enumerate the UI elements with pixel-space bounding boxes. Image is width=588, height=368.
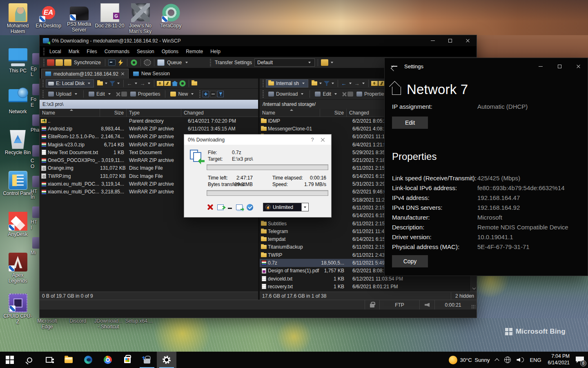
parent-directory-icon[interactable] [371,81,378,86]
forward-icon[interactable]: → [354,81,360,87]
search-button[interactable] [20,352,39,368]
minimize-transfer-icon[interactable] [228,208,232,209]
desktop-icon-partial[interactable]: HT In [31,173,39,204]
close-button[interactable] [459,35,477,46]
remote-drive-select[interactable]: Internal sh [266,79,308,88]
menu-item[interactable]: Remote [182,46,207,57]
preferences-icon[interactable] [144,59,151,66]
skip-file-icon[interactable] [217,204,224,210]
close-tab-icon[interactable] [121,72,125,76]
rename-icon[interactable] [347,92,353,96]
upload-button[interactable]: Upload [46,90,81,99]
menu-item[interactable]: Commands [101,46,133,57]
column-header-size[interactable]: Size [100,109,127,117]
selection-filter-icon[interactable] [217,91,224,97]
edit-button[interactable]: Edit [312,90,341,99]
column-header-name[interactable]: Name [260,109,320,117]
edit-button[interactable]: Edit [392,117,428,129]
microsoft-store-button[interactable] [118,352,137,368]
close-button[interactable] [569,58,588,74]
desktop-icon[interactable]: Doc 28-11-20 [94,2,125,35]
open-directory-icon[interactable] [312,81,317,85]
column-header-type[interactable]: Type [127,109,181,117]
action-center-button[interactable]: 8 [573,352,588,368]
desktop-icon[interactable]: PS3 Media Server [64,2,94,35]
menu-item[interactable]: Local [46,46,65,57]
unselect-files-icon[interactable] [210,91,216,97]
maximize-button[interactable] [441,35,459,46]
column-header-size[interactable]: Size [320,109,347,117]
synchronize-button[interactable]: Synchronize [74,60,101,65]
settings-taskbar-button[interactable] [157,352,176,368]
language-indicator[interactable]: ENG [527,352,544,368]
menu-item[interactable]: Session [133,46,158,57]
speed-limit-dropdown[interactable] [301,203,308,211]
transfer-options-icon[interactable] [321,59,328,66]
move-to-background-icon[interactable] [236,204,243,210]
file-row[interactable]: .. Parent directory 6/14/2021 7:02:20 PM [40,117,258,125]
copy-button[interactable]: Copy [392,255,428,267]
desktop-icon[interactable]: CPUID CPU-Z [2,293,33,334]
select-files-icon[interactable] [203,91,209,97]
refresh-icon[interactable] [179,80,186,87]
filter-icon[interactable] [109,81,115,86]
desktop-icon-partial[interactable]: Mi [31,235,39,265]
edge-button[interactable] [78,352,98,368]
delete-icon[interactable] [115,92,120,97]
lock-cell[interactable] [365,300,379,310]
queue-button[interactable]: Queue [167,60,182,65]
rename-icon[interactable] [121,92,127,96]
back-button[interactable] [385,58,403,74]
queue-icon[interactable] [157,59,165,66]
tray-overflow-button[interactable] [492,352,501,368]
notifications-cell[interactable] [419,300,434,310]
sync-folders-icon[interactable] [56,59,63,66]
back-icon[interactable]: ← [341,81,347,87]
desktop-icon-partial[interactable]: C O [31,143,39,173]
local-drive-select[interactable]: E: Local Disk [46,79,94,88]
column-header-changed[interactable]: Changed [181,109,258,117]
refresh-icon[interactable] [130,59,138,66]
home-directory-icon[interactable] [172,81,178,86]
command-icon[interactable] [117,59,124,66]
weather-widget[interactable]: 30°C Sunny [446,352,493,368]
chrome-button[interactable] [98,352,118,368]
back-icon[interactable]: ← [126,81,133,87]
desktop-icon[interactable]: Recycle Bin [2,129,33,170]
forward-icon[interactable]: → [139,81,146,87]
desktop-icon-partial[interactable]: HT I [31,204,39,235]
desktop-icon[interactable]: AnyDesk [2,211,33,252]
transfer-options-icon[interactable] [247,204,253,211]
settings-titlebar[interactable]: Settings [385,58,588,74]
desktop-icon[interactable]: Network [2,88,33,129]
local-path-bar[interactable]: E:\x3 pro\ [40,100,258,109]
scroll-down-icon[interactable] [471,285,477,292]
start-button[interactable] [0,352,20,368]
menu-item[interactable]: Files [83,46,100,57]
download-button[interactable]: Download [266,90,307,99]
properties-button[interactable]: Properties [354,90,389,99]
desktop-icon-partial[interactable]: Ep L [31,51,39,81]
tree-icon[interactable] [192,81,197,85]
desktop-icon[interactable]: Control Panel [2,170,33,211]
new-session-tab[interactable]: New Session [129,69,174,79]
winscp-titlebar[interactable]: 0% Downloading - medohatem@192.168.164.9… [40,35,477,46]
minimize-button[interactable] [424,35,441,46]
task-view-button[interactable] [39,352,59,368]
new-button[interactable]: New [168,90,197,99]
transfer-settings-select[interactable]: Default [254,58,315,67]
cancel-transfer-icon[interactable] [207,204,213,210]
file-explorer-button[interactable] [59,352,78,368]
desktop-icon[interactable]: EA Desktop [33,2,64,35]
desktop-icon-partial[interactable]: Fo E [31,81,39,112]
console-icon[interactable] [108,59,116,66]
volume-tray-button[interactable] [514,352,527,368]
network-tray-button[interactable] [501,352,514,368]
dialog-close-button[interactable] [320,137,325,142]
delete-icon[interactable] [341,92,347,97]
keep-remote-up-to-date-icon[interactable] [64,59,71,66]
desktop-icon[interactable]: Mohamed Hatem [2,2,33,35]
menu-item[interactable]: Help [207,46,224,57]
file-row[interactable]: steel 2 final.pdf 4,023 KB 5/28/2021 3:2… [260,291,470,292]
desktop-icon[interactable]: Apex Legends [2,252,33,293]
